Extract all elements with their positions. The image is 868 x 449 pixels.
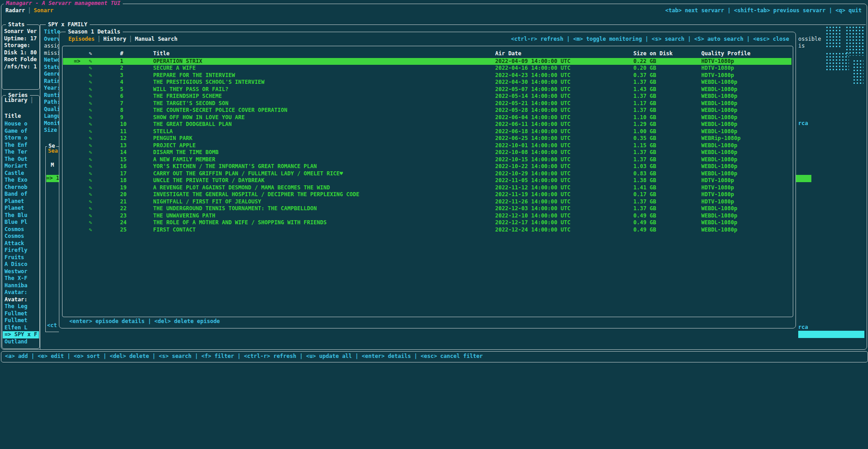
episode-edit-icon: ✎ <box>89 86 92 93</box>
series-item[interactable]: Planet <box>3 205 39 212</box>
tab-separator: │ <box>28 97 36 103</box>
episode-number: 3 <box>120 72 123 79</box>
episode-number: 1 <box>120 58 123 65</box>
tab-sonarr[interactable]: Sonarr <box>34 7 53 14</box>
series-item[interactable]: The Leg <box>3 303 39 310</box>
episode-title: THE GREAT DODGEBALL PLAN <box>153 121 231 128</box>
series-item[interactable]: Hanniba <box>3 282 39 290</box>
tab-separator: │ <box>25 7 34 14</box>
episode-row[interactable]: ✎9SHOW OFF HOW IN LOVE YOU ARE2022-06-04… <box>63 114 791 121</box>
episode-row[interactable]: ✎6THE FRIENDSHIP SCHEME2022-05-14 14:00:… <box>63 93 791 100</box>
tab-separator: │ <box>95 36 103 42</box>
episode-quality: WEBDL-1080p <box>701 93 737 100</box>
stats-panel: Stats Sonarr VerUptime: 17Storage:Disk 1… <box>2 24 40 90</box>
episode-row[interactable]: ✎4THE PRESTIGIOUS SCHOOL'S INTERVIEW2022… <box>63 79 791 86</box>
series-item[interactable]: Cosmos <box>3 233 39 240</box>
episode-quality: WEBDL-1080p <box>701 163 737 170</box>
episode-size: 1.37 GB <box>633 156 656 164</box>
episode-number: 25 <box>120 227 126 234</box>
stat-line: Uptime: 17 <box>2 35 39 43</box>
terminal-screen: Managarr - A Servarr management TUI Rada… <box>0 0 868 449</box>
series-item[interactable]: Avatar: <box>3 289 39 296</box>
episode-row[interactable]: ✎24THE ROLE OF A MOTHER AND WIFE / SHOPP… <box>63 219 791 227</box>
poster-art-block <box>853 59 863 86</box>
series-item[interactable]: Fullmet <box>3 317 39 324</box>
episode-air-date: 2022-11-12 14:00:00 UTC <box>495 184 570 192</box>
series-item[interactable]: Elfen L <box>3 324 39 332</box>
series-item[interactable]: Fruits <box>3 254 39 261</box>
network-text-fragment: rca <box>798 120 808 127</box>
series-item[interactable]: The Enf <box>3 142 39 149</box>
series-item[interactable]: Storm o <box>3 135 39 142</box>
episode-number: 8 <box>120 107 123 114</box>
episode-row[interactable]: ✎21NIGHTFALL / FIRST FIT OF JEALOUSY2022… <box>63 198 791 206</box>
episode-row[interactable]: ✎16YOR'S KITCHEN / THE INFORMANT'S GREAT… <box>63 163 791 170</box>
episode-quality: HDTV-1080p <box>701 65 734 72</box>
series-item[interactable]: Fullmet <box>3 310 39 318</box>
series-item[interactable]: The Exo <box>3 177 39 184</box>
tab-library[interactable]: Library <box>5 97 28 103</box>
episode-row[interactable]: ✎10THE GREAT DODGEBALL PLAN2022-06-11 14… <box>63 121 791 128</box>
episode-row[interactable]: =>✎1OPERATION STRIX2022-04-09 14:00:00 U… <box>63 58 791 65</box>
series-item[interactable]: Castle <box>3 170 39 177</box>
episode-row[interactable]: ✎3PREPARE FOR THE INTERVIEW2022-04-23 14… <box>63 72 791 79</box>
tab-manual-search[interactable]: Manual Search <box>135 36 178 42</box>
episode-number: 24 <box>120 219 126 227</box>
series-item[interactable]: The X-F <box>3 275 39 282</box>
episode-row[interactable]: ✎8THE COUNTER-SECRET POLICE COVER OPERAT… <box>63 107 791 114</box>
episode-row[interactable]: ✎20INVESTIGATE THE GENERAL HOSPITAL / DE… <box>63 191 791 198</box>
series-item[interactable]: Cosmos <box>3 226 39 233</box>
tab-radarr[interactable]: Radarr <box>5 7 25 14</box>
episode-row[interactable]: ✎22THE UNDERGROUND TENNIS TOURNAMENT: TH… <box>63 205 791 212</box>
series-item[interactable]: Moriart <box>3 163 39 170</box>
series-item[interactable]: The Blu <box>3 212 39 219</box>
episode-row[interactable]: ✎13PROJECT APPLE2022-10-01 14:00:00 UTC1… <box>63 142 791 150</box>
episode-number: 13 <box>120 142 126 150</box>
episode-row[interactable]: ✎14DISARM THE TIME BOMB2022-10-08 14:00:… <box>63 149 791 156</box>
series-item[interactable]: Chernob <box>3 184 39 191</box>
series-item[interactable]: Outland <box>3 338 39 346</box>
series-item[interactable]: Firefly <box>3 247 39 254</box>
footer-bar: <a> add | <e> edit | <o> sort | <del> de… <box>1 351 868 362</box>
series-item[interactable]: Avatar: <box>3 296 39 304</box>
episode-title: PREPARE FOR THE INTERVIEW <box>153 72 235 79</box>
episode-row[interactable]: ✎12PENGUIN PARK2022-06-25 14:00:00 UTC0.… <box>63 135 791 142</box>
episode-row[interactable]: ✎19A REVENGE PLOT AGAINST DESMOND / MAMA… <box>63 184 791 192</box>
series-item[interactable]: Game of <box>3 128 39 135</box>
tab-history[interactable]: History <box>103 36 126 42</box>
episode-air-date: 2022-04-16 14:00:00 UTC <box>495 65 570 72</box>
episode-row[interactable]: ✎7THE TARGET'S SECOND SON2022-05-21 14:0… <box>63 100 791 107</box>
series-item[interactable]: Band of <box>3 191 39 198</box>
episode-air-date: 2022-11-05 14:00:00 UTC <box>495 177 570 184</box>
episode-row[interactable]: ✎2SECURE A WIFE2022-04-16 14:00:00 UTC0.… <box>63 65 791 72</box>
series-item[interactable]: Planet <box>3 198 39 205</box>
overlay-title: Season 1 Details <box>66 29 123 36</box>
episode-size: 0.83 GB <box>633 170 656 178</box>
series-item[interactable]: The Out <box>3 156 39 163</box>
episode-edit-icon: ✎ <box>89 191 92 198</box>
series-item[interactable]: The Ter <box>3 149 39 156</box>
episode-row[interactable]: ✎11STELLA2022-06-18 14:00:00 UTC1.00 GBW… <box>63 128 791 135</box>
series-item[interactable]: Blue Pl <box>3 219 39 226</box>
episode-title: PENGUIN PARK <box>153 135 193 142</box>
series-item[interactable]: Attack <box>3 240 39 247</box>
episode-title: THE FRIENDSHIP SCHEME <box>153 93 222 100</box>
tab-episodes[interactable]: Episodes <box>68 36 95 42</box>
series-item[interactable]: A Disco <box>3 261 39 268</box>
series-panel: Series Library│ Title House oGame ofStor… <box>2 95 40 349</box>
episode-edit-icon: ✎ <box>89 79 92 86</box>
episode-row[interactable]: ✎25FIRST CONTACT2022-12-24 14:00:00 UTC0… <box>63 227 791 234</box>
episode-row[interactable]: ✎5WILL THEY PASS OR FAIL?2022-05-07 14:0… <box>63 86 791 93</box>
episode-row[interactable]: ✎15A NEW FAMILY MEMBER2022-10-15 14:00:0… <box>63 156 791 164</box>
episode-row[interactable]: ✎17CARRY OUT THE GRIFFIN PLAN / FULLMETA… <box>63 170 791 178</box>
episode-number: 10 <box>120 121 126 128</box>
episode-title: INVESTIGATE THE GENERAL HOSPITAL / DECIP… <box>153 191 359 198</box>
episode-edit-icon: ✎ <box>89 58 92 65</box>
episode-row[interactable]: ✎23THE UNWAVERING PATH2022-12-10 14:00:0… <box>63 212 791 220</box>
episode-size: 1.15 GB <box>633 142 656 150</box>
series-item[interactable]: => SPY x F <box>3 331 39 338</box>
series-item[interactable]: House o <box>3 121 39 128</box>
episode-row[interactable]: ✎18UNCLE THE PRIVATE TUTOR / DAYBREAK202… <box>63 177 791 184</box>
episode-title: OPERATION STRIX <box>153 58 202 65</box>
series-item[interactable]: Westwor <box>3 268 39 275</box>
